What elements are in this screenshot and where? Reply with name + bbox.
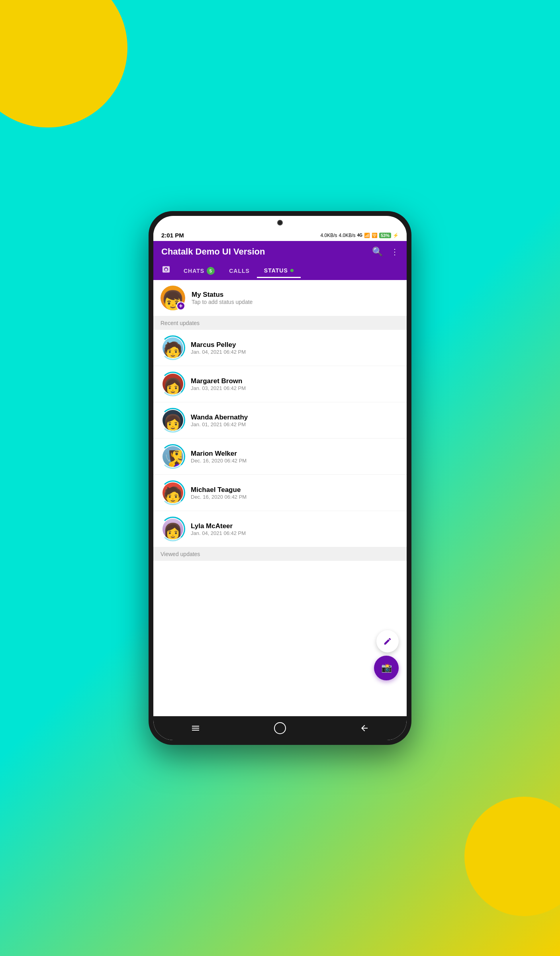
status-item-info-5: Lyla McAteer Jan. 04, 2021 06:42 PM: [191, 522, 246, 536]
status-time-5: Jan. 04, 2021 06:42 PM: [191, 530, 246, 536]
bottom-nav: [153, 716, 407, 740]
status-time-4: Dec. 16, 2020 06:42 PM: [191, 494, 247, 500]
list-item[interactable]: 🧏‍♀️ Marion Welker Dec. 16, 2020 06:42 P…: [153, 439, 407, 475]
avatar-wanda: 👩: [163, 410, 183, 431]
status-icons: 4.0KB/s 4.0KB/s 4G 📶 🛜 53% ⚡: [321, 233, 399, 238]
my-status-avatar-container: 👦 +: [161, 286, 185, 310]
status-dot: [290, 269, 294, 272]
status-ring-2: 👩: [161, 408, 185, 433]
viewed-updates-label: Viewed updates: [161, 551, 200, 557]
nav-menu-button[interactable]: [186, 718, 206, 738]
fab-camera-icon: 📸: [381, 663, 392, 673]
wifi-icon: 🛜: [372, 233, 378, 238]
status-time: 2:01 PM: [161, 232, 184, 239]
add-status-fab[interactable]: 📸: [374, 656, 399, 680]
avatar-margaret: 👩: [163, 374, 183, 394]
list-item[interactable]: 👩 Margaret Brown Jan. 03, 2021 06:42 PM: [153, 366, 407, 402]
status-name-1: Margaret Brown: [191, 377, 246, 385]
tab-camera[interactable]: [161, 262, 176, 280]
front-camera: [277, 220, 283, 225]
network-type-icon: 4G: [357, 233, 362, 237]
status-item-info-4: Michael Teague Dec. 16, 2020 06:42 PM: [191, 486, 247, 500]
status-ring-4: 🧑: [161, 480, 185, 505]
search-icon[interactable]: 🔍: [372, 247, 383, 257]
nav-back-button[interactable]: [354, 718, 374, 738]
tab-calls-label: CALLS: [229, 268, 250, 274]
avatar-michael: 🧑: [163, 482, 183, 503]
phone-device: 2:01 PM 4.0KB/s 4.0KB/s 4G 📶 🛜 53% ⚡ Cha…: [149, 211, 411, 745]
app-title: Chatalk Demo UI Version: [161, 247, 265, 257]
status-item-info-3: Marion Welker Dec. 16, 2020 06:42 PM: [191, 450, 247, 464]
tab-status[interactable]: STATUS: [257, 264, 301, 278]
status-time-0: Jan. 04, 2021 06:42 PM: [191, 349, 246, 355]
status-time-2: Jan. 01, 2021 06:42 PM: [191, 421, 248, 427]
list-item[interactable]: 👩 Wanda Abernathy Jan. 01, 2021 06:42 PM: [153, 402, 407, 439]
my-status-title: My Status: [192, 291, 253, 299]
edit-status-fab[interactable]: [376, 630, 399, 652]
list-item[interactable]: 🧑 Michael Teague Dec. 16, 2020 06:42 PM: [153, 475, 407, 511]
my-status-subtitle: Tap to add status update: [192, 299, 253, 305]
status-ring-0: 🧑: [161, 335, 185, 360]
tabs-bar: CHATS 5 CALLS STATUS: [161, 262, 399, 280]
avatar-marion: 🧏‍♀️: [163, 446, 183, 467]
battery-icon: 53%: [379, 233, 391, 238]
more-options-icon[interactable]: ⋮: [391, 247, 399, 257]
list-item[interactable]: 🧑 Marcus Pelley Jan. 04, 2021 06:42 PM: [153, 330, 407, 366]
recent-updates-label: Recent updates: [161, 320, 200, 326]
header-icons: 🔍 ⋮: [372, 247, 399, 257]
status-time-3: Dec. 16, 2020 06:42 PM: [191, 458, 247, 464]
tab-chats[interactable]: CHATS 5: [176, 264, 222, 278]
recent-updates-header: Recent updates: [153, 316, 407, 330]
tab-status-label: STATUS: [264, 267, 288, 274]
status-name-3: Marion Welker: [191, 450, 247, 458]
my-status-row[interactable]: 👦 + My Status Tap to add status update: [153, 280, 407, 316]
tab-chats-badge: 5: [207, 267, 215, 275]
avatar-lyla: 👩: [163, 519, 183, 539]
status-ring-1: 👩: [161, 372, 185, 396]
tab-chats-label: CHATS: [184, 268, 204, 274]
header-top: Chatalk Demo UI Version 🔍 ⋮: [161, 247, 399, 257]
status-item-info-0: Marcus Pelley Jan. 04, 2021 06:42 PM: [191, 341, 246, 355]
list-item[interactable]: 👩 Lyla McAteer Jan. 04, 2021 06:42 PM: [153, 511, 407, 547]
status-name-0: Marcus Pelley: [191, 341, 246, 349]
nav-home-circle: [274, 722, 286, 734]
status-ring-5: 👩: [161, 517, 185, 541]
status-ring-3: 🧏‍♀️: [161, 444, 185, 469]
status-item-info-1: Margaret Brown Jan. 03, 2021 06:42 PM: [191, 377, 246, 391]
status-name-4: Michael Teague: [191, 486, 247, 494]
status-item-info-2: Wanda Abernathy Jan. 01, 2021 06:42 PM: [191, 413, 248, 427]
network-speed: 4.0KB/s: [321, 233, 337, 238]
nav-home-button[interactable]: [270, 718, 290, 738]
network-speed-val: 4.0KB/s: [339, 233, 356, 238]
content-area: 👦 + My Status Tap to add status update R…: [153, 280, 407, 716]
app-header: Chatalk Demo UI Version 🔍 ⋮ CHATS 5: [153, 241, 407, 280]
status-time-1: Jan. 03, 2021 06:42 PM: [191, 385, 246, 391]
my-status-info: My Status Tap to add status update: [192, 291, 253, 305]
tab-calls[interactable]: CALLS: [222, 264, 257, 277]
avatar-marcus: 🧑: [163, 337, 183, 358]
status-name-2: Wanda Abernathy: [191, 413, 248, 421]
signal-bars-icon: 📶: [364, 233, 370, 238]
status-name-5: Lyla McAteer: [191, 522, 246, 530]
charging-icon: ⚡: [393, 233, 399, 238]
phone-screen: 2:01 PM 4.0KB/s 4.0KB/s 4G 📶 🛜 53% ⚡ Cha…: [153, 216, 407, 740]
status-bar: 2:01 PM 4.0KB/s 4.0KB/s 4G 📶 🛜 53% ⚡: [153, 227, 407, 241]
add-status-badge: +: [176, 302, 185, 310]
viewed-updates-header: Viewed updates: [153, 547, 407, 561]
